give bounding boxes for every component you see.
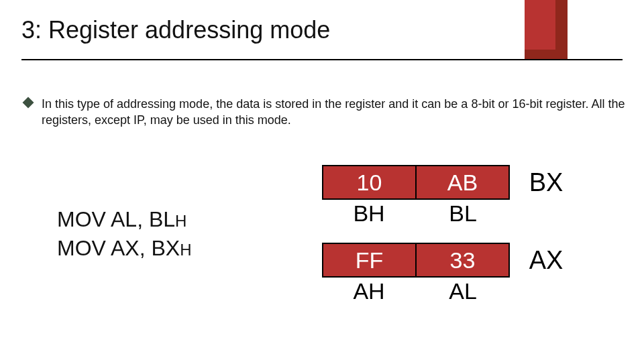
accent-tab-inner [525, 0, 555, 50]
instr1-main: MOV AL, BL [57, 207, 175, 231]
instr2-suffix: H [180, 241, 191, 259]
instruction-line-1: MOV AL, BLH [57, 205, 192, 234]
instr1-suffix: H [175, 212, 186, 230]
reg-bx-high-label: BH [322, 200, 416, 227]
register-row-bx: 10 AB BX BH BL [322, 165, 574, 227]
bullet-diamond-icon [23, 97, 34, 109]
register-row-ax: FF 33 AX AH AL [322, 243, 574, 304]
bullet-text: In this type of addressing mode, the dat… [42, 96, 625, 129]
reg-ax-low-label: AL [416, 278, 510, 304]
reg-ax-low-cell: 33 [416, 243, 510, 278]
reg-bx-low-label: BL [416, 200, 510, 227]
instruction-block: MOV AL, BLH MOV AX, BXH [57, 205, 192, 263]
reg-ax-name: AX [510, 246, 574, 275]
reg-bx-name: BX [510, 168, 574, 197]
slide-title: 3: Register addressing mode [21, 16, 330, 44]
reg-ax-high-label: AH [322, 278, 416, 304]
register-diagram: 10 AB BX BH BL FF 33 AX AH AL [322, 165, 574, 320]
bullet-item: In this type of addressing mode, the dat… [24, 96, 625, 129]
instr2-main: MOV AX, BX [57, 236, 180, 260]
title-underline [21, 59, 623, 60]
instruction-line-2: MOV AX, BXH [57, 234, 192, 263]
reg-ax-high-cell: FF [322, 243, 416, 278]
reg-bx-high-cell: 10 [322, 165, 416, 200]
reg-bx-low-cell: AB [416, 165, 510, 200]
